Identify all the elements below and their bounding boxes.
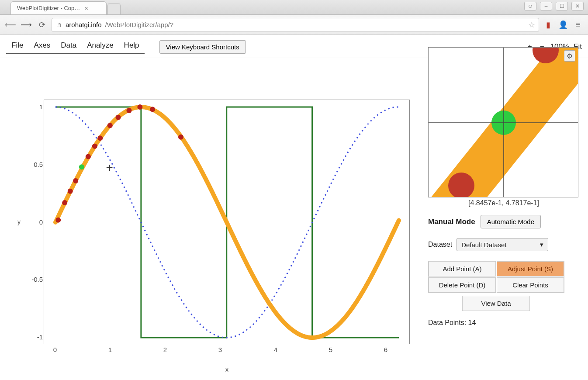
close-tab-icon[interactable]: × bbox=[84, 4, 88, 12]
close-window-button[interactable]: ✕ bbox=[571, 2, 584, 10]
menu-group: File Axes Data Analyze Help bbox=[6, 39, 145, 54]
automatic-mode-button[interactable]: Automatic Mode bbox=[481, 215, 541, 228]
svg-point-7 bbox=[97, 135, 103, 141]
menu-help[interactable]: Help bbox=[119, 39, 145, 52]
url-path: /WebPlotDigitizer/app/? bbox=[105, 21, 173, 28]
svg-point-9 bbox=[115, 115, 121, 120]
chevron-down-icon: ▾ bbox=[540, 241, 543, 249]
clear-points-button[interactable]: Clear Points bbox=[497, 277, 564, 293]
nav-back-button[interactable]: ⟵ bbox=[4, 19, 17, 31]
x-axis-label: x bbox=[225, 366, 228, 373]
maximize-button[interactable]: ☐ bbox=[556, 2, 568, 10]
extension-icon-2[interactable]: 👤 bbox=[557, 19, 569, 31]
browser-tab[interactable]: WebPlotDigitizer - Cop… × bbox=[10, 1, 107, 14]
xtick: 3 bbox=[218, 346, 222, 353]
chart-svg bbox=[44, 100, 410, 345]
delete-point-button[interactable]: Delete Point (D) bbox=[429, 277, 496, 293]
browser-toolbar: ⟵ ⟶ ⟳ 🗎 arohatgi.info/WebPlotDigitizer/a… bbox=[0, 15, 588, 35]
svg-point-1 bbox=[62, 200, 67, 205]
side-panel: ⚙ [4.8457e-1, 4.7817e-1] Manual Mode Aut… bbox=[428, 47, 579, 327]
menu-file[interactable]: File bbox=[6, 39, 28, 52]
url-host: arohatgi.info bbox=[66, 21, 102, 28]
chart-frame[interactable] bbox=[44, 100, 410, 344]
xtick: 6 bbox=[384, 346, 387, 353]
svg-point-4 bbox=[79, 164, 84, 169]
nav-forward-button[interactable]: ⟶ bbox=[20, 19, 32, 31]
address-bar[interactable]: 🗎 arohatgi.info/WebPlotDigitizer/app/? ☆ bbox=[52, 18, 539, 32]
svg-point-8 bbox=[107, 123, 113, 128]
ytick: -0.5 bbox=[21, 276, 43, 283]
dataset-select[interactable]: Default Dataset ▾ bbox=[457, 238, 548, 251]
adjust-point-button[interactable]: Adjust Point (S) bbox=[497, 261, 564, 276]
page-icon: 🗎 bbox=[55, 21, 62, 28]
manual-mode-label[interactable]: Manual Mode bbox=[428, 218, 475, 226]
svg-point-12 bbox=[150, 107, 155, 112]
xtick: 5 bbox=[329, 346, 332, 353]
svg-point-5 bbox=[86, 154, 91, 159]
svg-point-2 bbox=[68, 189, 73, 194]
ytick: 0 bbox=[21, 218, 43, 226]
y-axis-label: y bbox=[17, 218, 21, 225]
svg-point-6 bbox=[92, 144, 97, 149]
menu-data[interactable]: Data bbox=[55, 39, 82, 52]
gear-icon[interactable]: ⚙ bbox=[564, 50, 575, 62]
dataset-selected: Default Dataset bbox=[461, 241, 506, 249]
tab-title: WebPlotDigitizer - Cop… bbox=[17, 5, 80, 11]
xtick: 0 bbox=[53, 346, 57, 353]
svg-point-0 bbox=[55, 218, 61, 223]
ytick: 1 bbox=[21, 103, 43, 111]
xtick: 1 bbox=[108, 346, 112, 353]
view-data-button[interactable]: View Data bbox=[462, 296, 530, 311]
xtick: 4 bbox=[274, 346, 277, 353]
user-icon[interactable]: ☺ bbox=[524, 2, 536, 10]
minimize-button[interactable]: – bbox=[540, 2, 552, 10]
svg-point-11 bbox=[137, 104, 142, 110]
zoom-panel[interactable]: ⚙ bbox=[428, 47, 578, 197]
add-point-button[interactable]: Add Point (A) bbox=[429, 261, 496, 276]
svg-point-13 bbox=[178, 135, 183, 140]
ytick: -1 bbox=[21, 333, 43, 341]
xtick: 2 bbox=[163, 346, 167, 353]
bookmark-star-icon[interactable]: ☆ bbox=[528, 20, 535, 30]
dataset-label: Dataset bbox=[428, 241, 452, 249]
browser-tab-strip: WebPlotDigitizer - Cop… × bbox=[0, 0, 588, 15]
browser-menu-icon[interactable]: ≡ bbox=[572, 19, 584, 31]
zoom-svg bbox=[429, 48, 578, 197]
ytick: 0.5 bbox=[21, 161, 43, 168]
data-points-status: Data Points: 14 bbox=[428, 319, 579, 327]
plot-canvas[interactable]: 1 0.5 0 -0.5 -1 0 1 2 3 4 5 6 y x + bbox=[9, 74, 419, 371]
keyboard-shortcuts-button[interactable]: View Keyboard Shortcuts bbox=[159, 40, 246, 54]
menu-analyze[interactable]: Analyze bbox=[82, 39, 118, 52]
svg-point-10 bbox=[126, 108, 131, 113]
extension-icon-1[interactable]: ▮ bbox=[543, 19, 554, 31]
svg-point-3 bbox=[73, 178, 78, 183]
zoom-coordinates: [4.8457e-1, 4.7817e-1] bbox=[428, 199, 579, 207]
new-tab-button[interactable] bbox=[107, 3, 121, 14]
menu-axes[interactable]: Axes bbox=[28, 39, 55, 52]
reload-button[interactable]: ⟳ bbox=[36, 19, 48, 31]
